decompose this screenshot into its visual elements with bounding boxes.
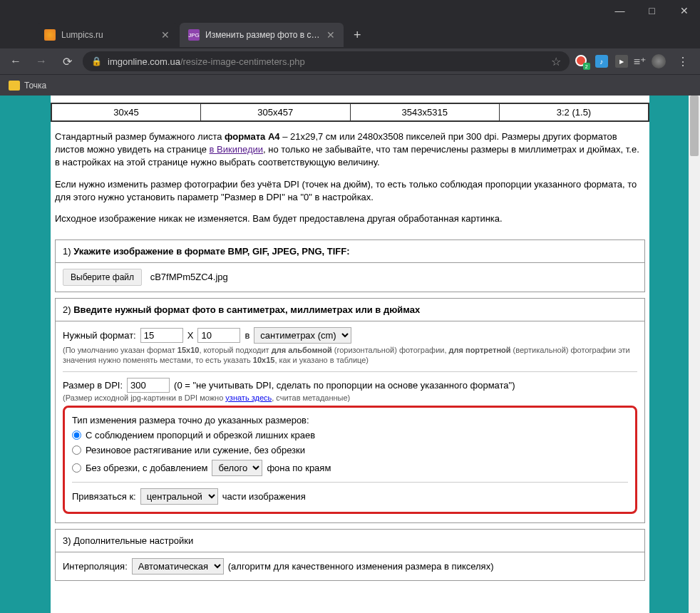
maximize-button[interactable]: □ — [636, 0, 668, 21]
wikipedia-link[interactable]: в Википедии — [210, 144, 264, 155]
format-hint: (По умолчанию указан формат 15x10, котор… — [63, 345, 637, 366]
minimize-button[interactable]: — — [604, 0, 636, 21]
browser-tabs: Lumpics.ru ✕ JPG Изменить размер фото в … — [0, 21, 370, 48]
dpi-hint-2: (Размер исходной jpg-картинки в DPI можн… — [63, 393, 637, 403]
menu-button[interactable]: ⋮ — [671, 55, 694, 68]
opera-ext-icon[interactable]: 2 — [575, 55, 588, 68]
table-row: 30x45 305x457 3543x5315 3:2 (1.5) — [51, 103, 649, 121]
forward-button[interactable]: → — [31, 51, 51, 71]
profile-icon[interactable] — [652, 54, 666, 68]
extensions: 2 ♪ ▶ — [575, 55, 628, 68]
tab-lumpics[interactable]: Lumpics.ru ✕ — [36, 23, 178, 47]
pad-color-select[interactable]: белого — [212, 460, 262, 476]
interpolation-hint: (алгоритм для качественного изменения ра… — [228, 561, 494, 572]
anchor-select[interactable]: центральной — [140, 488, 218, 505]
sizes-table: 30x45 305x457 3543x5315 3:2 (1.5) — [51, 103, 649, 122]
width-input[interactable] — [140, 328, 183, 343]
dpi-hint: (0 = "не учитывать DPI, сделать по пропо… — [174, 380, 515, 391]
selected-file-name: cB7fMPm5ZC4.jpg — [150, 272, 228, 282]
dpi-label: Размер в DPI: — [63, 380, 123, 391]
music-ext-icon[interactable]: ♪ — [595, 55, 608, 68]
reading-list-icon[interactable]: ≡⁺ — [634, 55, 646, 68]
star-icon[interactable]: ☆ — [551, 55, 561, 68]
section-2-header: 2) Введите нужный формат фото в сантимет… — [56, 299, 644, 321]
anchor-label: Привязаться к: — [72, 491, 136, 502]
height-input[interactable] — [197, 328, 240, 343]
page-viewport: 30x45 305x457 3543x5315 3:2 (1.5) Станда… — [0, 96, 700, 613]
info-paragraph-3: Исходное изображение никак не изменяется… — [51, 212, 649, 234]
window-titlebar: — □ ✕ Lumpics.ru ✕ JPG Изменить размер ф… — [0, 0, 700, 48]
new-tab-button[interactable]: + — [345, 28, 370, 43]
scrollbar-thumb[interactable] — [690, 96, 699, 156]
back-button[interactable]: ← — [6, 51, 26, 71]
bookmarks-bar: Точка — [0, 74, 700, 96]
bookmark-tochka[interactable]: Точка — [9, 81, 46, 91]
dpi-input[interactable] — [127, 378, 170, 393]
url-text: imgonline.com.ua/resize-image-centimeter… — [108, 56, 551, 67]
interpolation-select[interactable]: Автоматическая — [132, 558, 224, 575]
lock-icon: 🔒 — [91, 56, 102, 66]
resize-type-box: Тип изменения размера точно до указанных… — [63, 406, 637, 514]
lumpics-favicon-icon — [44, 29, 56, 41]
close-icon[interactable]: ✕ — [326, 29, 335, 41]
section-3-header: 3) Дополнительные настройки — [56, 530, 644, 552]
resize-type-label: Тип изменения размера точно до указанных… — [72, 415, 628, 426]
address-bar[interactable]: 🔒 imgonline.com.ua/resize-image-centimet… — [83, 51, 570, 71]
reload-button[interactable]: ⟳ — [57, 51, 77, 71]
tab-title: Lumpics.ru — [61, 30, 157, 40]
tab-title: Изменить размер фото в санти — [205, 30, 322, 40]
page-content: 30x45 305x457 3543x5315 3:2 (1.5) Станда… — [51, 96, 649, 613]
browser-toolbar: ← → ⟳ 🔒 imgonline.com.ua/resize-image-ce… — [0, 48, 700, 74]
interpolation-label: Интерполяция: — [63, 561, 128, 572]
close-button[interactable]: ✕ — [668, 0, 700, 21]
choose-file-button[interactable]: Выберите файл — [63, 269, 142, 286]
unit-select[interactable]: сантиметрах (cm) — [254, 327, 351, 344]
format-label: Нужный формат: — [63, 330, 136, 341]
radio-crop[interactable] — [72, 431, 81, 440]
video-ext-icon[interactable]: ▶ — [615, 55, 628, 68]
tab-imgonline[interactable]: JPG Изменить размер фото в санти ✕ — [180, 23, 344, 47]
window-controls: — □ ✕ — [604, 0, 700, 21]
imgonline-favicon-icon: JPG — [188, 29, 200, 41]
dpi-info-link[interactable]: узнать здесь — [225, 393, 272, 402]
scrollbar-track[interactable] — [689, 96, 700, 613]
section-2-format: 2) Введите нужный формат фото в сантимет… — [55, 298, 645, 523]
info-paragraph-2: Если нужно изменить размер фотографии бе… — [51, 178, 649, 212]
close-icon[interactable]: ✕ — [161, 29, 170, 41]
info-paragraph-1: Стандартный размер бумажного листа форма… — [51, 122, 649, 178]
folder-icon — [9, 81, 20, 91]
radio-stretch[interactable] — [72, 445, 81, 455]
section-1-upload: 1) Укажите изображение в формате BMP, GI… — [55, 239, 645, 292]
radio-pad[interactable] — [72, 463, 81, 473]
section-3-advanced: 3) Дополнительные настройки Интерполяция… — [55, 529, 645, 581]
section-1-header: 1) Укажите изображение в формате BMP, GI… — [56, 240, 644, 263]
